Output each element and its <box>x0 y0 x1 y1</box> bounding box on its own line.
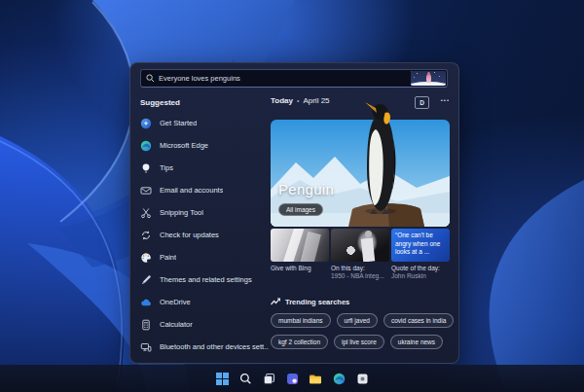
scissors-icon <box>140 207 152 219</box>
trending-chip[interactable]: covid cases in india <box>383 313 454 328</box>
card-subcaption: John Ruskin <box>391 272 450 280</box>
edge-icon <box>140 140 152 152</box>
suggested-item-email-accounts[interactable]: Email and accounts <box>140 179 269 201</box>
card-caption: Give with Bing <box>271 265 329 272</box>
search-icon <box>146 74 155 83</box>
search-icon <box>239 373 252 385</box>
suggested-item-bluetooth-devices[interactable]: Bluetooth and other devices sett... <box>140 336 269 358</box>
hero-title: Penguin <box>278 181 334 197</box>
quote-text: “One can't be angry when one looks at a … <box>391 229 450 262</box>
penguin-night-illustration <box>411 71 446 86</box>
suggested-item-onedrive[interactable]: OneDrive <box>140 291 269 313</box>
suggested-header: Suggested <box>140 98 269 107</box>
cloud-icon <box>140 297 152 308</box>
penguin-image <box>352 100 409 231</box>
suggested-item-label: OneDrive <box>160 298 191 306</box>
suggested-item-label: Calculator <box>160 320 193 329</box>
suggested-item-get-started[interactable]: Get Started <box>140 112 269 134</box>
trending-chip[interactable]: urfi javed <box>337 313 378 328</box>
give-with-bing-image <box>271 229 329 262</box>
daily-content-section: Today•April 25 D ••• <box>271 96 450 357</box>
devices-icon <box>140 341 152 353</box>
suggested-item-snipping-tool[interactable]: Snipping Tool <box>140 201 269 224</box>
suggested-item-label: Microsoft Edge <box>160 141 208 150</box>
suggested-item-themes[interactable]: Themes and related settings <box>140 268 269 291</box>
mini-penguin <box>426 74 431 83</box>
lightbulb-icon <box>140 162 152 174</box>
suggested-item-label: Email and accounts <box>160 186 223 195</box>
get-started-icon <box>140 118 152 129</box>
suggested-item-label: Tips <box>160 163 173 172</box>
card-on-this-day[interactable]: On this day: 1950 - NBA integ... <box>331 229 389 280</box>
date-separator: • <box>297 97 299 104</box>
daily-cards-row: Give with Bing On this day: 1950 - NBA i… <box>271 229 450 280</box>
suggested-item-check-updates[interactable]: Check for updates <box>140 224 269 246</box>
suggested-section: Suggested Get Started Microsoft Edge Tip… <box>140 98 269 358</box>
taskbar <box>0 365 584 392</box>
taskbar-search-button[interactable] <box>237 370 254 387</box>
suggested-item-calculator[interactable]: Calculator <box>140 313 269 336</box>
more-options-button[interactable]: ••• <box>441 97 450 103</box>
palette-icon <box>140 252 152 264</box>
suggested-item-label: Bluetooth and other devices sett... <box>160 342 269 351</box>
trending-chip[interactable]: ukraine news <box>390 335 443 349</box>
suggested-item-label: Check for updates <box>160 231 219 239</box>
widgets-icon <box>286 373 299 385</box>
pen-icon <box>140 274 152 286</box>
on-this-day-image <box>331 229 389 262</box>
quote-card: “One can't be angry when one looks at a … <box>391 229 450 262</box>
app-icon <box>356 373 369 385</box>
suggested-item-microsoft-edge[interactable]: Microsoft Edge <box>140 134 269 157</box>
trending-section: Trending searches mumbai indians urfi ja… <box>271 297 456 349</box>
trending-header: Trending searches <box>285 298 349 306</box>
profile-button[interactable]: D <box>415 96 429 109</box>
today-label: Today <box>271 96 293 105</box>
suggested-item-label: Themes and related settings <box>160 275 252 284</box>
search-input[interactable] <box>155 74 411 83</box>
hero-card-penguin[interactable]: Penguin All images <box>271 120 450 227</box>
suggested-item-paint[interactable]: Paint <box>140 246 269 268</box>
card-give-with-bing[interactable]: Give with Bing <box>271 229 329 280</box>
file-explorer-button[interactable] <box>307 370 324 387</box>
all-images-button[interactable]: All images <box>278 203 323 216</box>
widgets-button[interactable] <box>283 370 301 387</box>
suggested-item-label: Snipping Tool <box>160 208 203 217</box>
folder-icon <box>309 373 322 385</box>
suggested-item-label: Get Started <box>160 119 197 127</box>
suggested-item-tips[interactable]: Tips <box>140 157 269 179</box>
card-subcaption: 1950 - NBA integ... <box>331 272 389 280</box>
trending-up-icon <box>271 297 280 306</box>
card-caption: On this day: <box>331 265 389 272</box>
date-label: April 25 <box>303 96 329 105</box>
edge-icon <box>333 373 346 385</box>
calculator-icon <box>140 319 152 331</box>
card-quote-of-day[interactable]: “One can't be angry when one looks at a … <box>391 229 450 280</box>
task-view-button[interactable] <box>260 370 277 387</box>
envelope-icon <box>140 185 152 196</box>
search-flyout-panel: Suggested Get Started Microsoft Edge Tip… <box>129 62 459 364</box>
edge-button[interactable] <box>330 370 347 387</box>
search-box[interactable] <box>140 69 448 88</box>
stars <box>411 71 412 72</box>
sync-arrows-icon <box>140 230 152 241</box>
windows-logo-icon <box>216 373 229 385</box>
card-caption: Quote of the day: <box>391 265 450 272</box>
trending-chip[interactable]: kgf 2 collection <box>271 335 328 349</box>
trending-chip[interactable]: mumbai indians <box>271 313 331 328</box>
start-button[interactable] <box>213 370 231 387</box>
trending-chip[interactable]: ipl live score <box>334 335 384 349</box>
suggested-item-label: Paint <box>160 253 176 262</box>
pinned-app-button[interactable] <box>353 370 371 387</box>
task-view-icon <box>263 373 275 385</box>
